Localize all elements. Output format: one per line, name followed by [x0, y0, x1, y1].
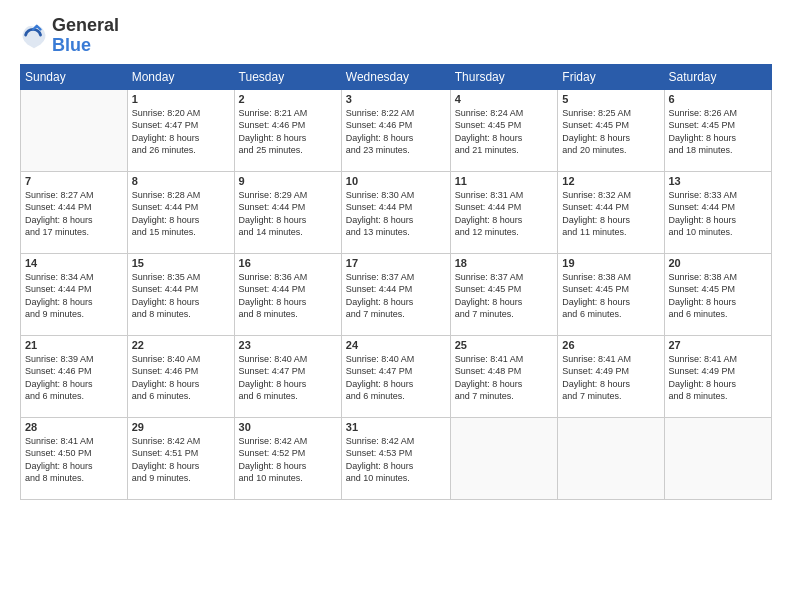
day-number: 11 — [455, 175, 554, 187]
calendar-cell: 16Sunrise: 8:36 AM Sunset: 4:44 PM Dayli… — [234, 253, 341, 335]
day-number: 10 — [346, 175, 446, 187]
day-number: 17 — [346, 257, 446, 269]
day-number: 27 — [669, 339, 768, 351]
calendar-cell — [21, 89, 128, 171]
day-number: 9 — [239, 175, 337, 187]
logo: General Blue — [20, 16, 119, 56]
day-info: Sunrise: 8:37 AM Sunset: 4:44 PM Dayligh… — [346, 271, 446, 321]
logo-text-blue: Blue — [52, 36, 119, 56]
day-info: Sunrise: 8:41 AM Sunset: 4:49 PM Dayligh… — [562, 353, 659, 403]
calendar-week-row: 7Sunrise: 8:27 AM Sunset: 4:44 PM Daylig… — [21, 171, 772, 253]
calendar-cell: 30Sunrise: 8:42 AM Sunset: 4:52 PM Dayli… — [234, 417, 341, 499]
weekday-header-friday: Friday — [558, 64, 664, 89]
calendar-cell: 6Sunrise: 8:26 AM Sunset: 4:45 PM Daylig… — [664, 89, 772, 171]
day-info: Sunrise: 8:27 AM Sunset: 4:44 PM Dayligh… — [25, 189, 123, 239]
calendar-cell: 1Sunrise: 8:20 AM Sunset: 4:47 PM Daylig… — [127, 89, 234, 171]
calendar-cell: 26Sunrise: 8:41 AM Sunset: 4:49 PM Dayli… — [558, 335, 664, 417]
day-info: Sunrise: 8:25 AM Sunset: 4:45 PM Dayligh… — [562, 107, 659, 157]
calendar-cell: 27Sunrise: 8:41 AM Sunset: 4:49 PM Dayli… — [664, 335, 772, 417]
calendar-cell: 8Sunrise: 8:28 AM Sunset: 4:44 PM Daylig… — [127, 171, 234, 253]
calendar-cell: 20Sunrise: 8:38 AM Sunset: 4:45 PM Dayli… — [664, 253, 772, 335]
calendar-cell: 29Sunrise: 8:42 AM Sunset: 4:51 PM Dayli… — [127, 417, 234, 499]
weekday-header-thursday: Thursday — [450, 64, 558, 89]
day-info: Sunrise: 8:41 AM Sunset: 4:49 PM Dayligh… — [669, 353, 768, 403]
day-number: 28 — [25, 421, 123, 433]
day-number: 2 — [239, 93, 337, 105]
day-number: 15 — [132, 257, 230, 269]
calendar-cell: 5Sunrise: 8:25 AM Sunset: 4:45 PM Daylig… — [558, 89, 664, 171]
calendar-cell — [664, 417, 772, 499]
day-number: 22 — [132, 339, 230, 351]
day-number: 1 — [132, 93, 230, 105]
calendar-cell: 25Sunrise: 8:41 AM Sunset: 4:48 PM Dayli… — [450, 335, 558, 417]
day-number: 12 — [562, 175, 659, 187]
day-number: 16 — [239, 257, 337, 269]
day-number: 26 — [562, 339, 659, 351]
day-info: Sunrise: 8:32 AM Sunset: 4:44 PM Dayligh… — [562, 189, 659, 239]
day-number: 13 — [669, 175, 768, 187]
day-number: 6 — [669, 93, 768, 105]
calendar-cell: 14Sunrise: 8:34 AM Sunset: 4:44 PM Dayli… — [21, 253, 128, 335]
day-info: Sunrise: 8:28 AM Sunset: 4:44 PM Dayligh… — [132, 189, 230, 239]
calendar-cell: 4Sunrise: 8:24 AM Sunset: 4:45 PM Daylig… — [450, 89, 558, 171]
day-info: Sunrise: 8:26 AM Sunset: 4:45 PM Dayligh… — [669, 107, 768, 157]
calendar-cell — [450, 417, 558, 499]
day-number: 24 — [346, 339, 446, 351]
calendar-cell: 12Sunrise: 8:32 AM Sunset: 4:44 PM Dayli… — [558, 171, 664, 253]
day-number: 4 — [455, 93, 554, 105]
calendar-cell: 9Sunrise: 8:29 AM Sunset: 4:44 PM Daylig… — [234, 171, 341, 253]
day-info: Sunrise: 8:42 AM Sunset: 4:53 PM Dayligh… — [346, 435, 446, 485]
calendar-cell: 24Sunrise: 8:40 AM Sunset: 4:47 PM Dayli… — [341, 335, 450, 417]
day-info: Sunrise: 8:30 AM Sunset: 4:44 PM Dayligh… — [346, 189, 446, 239]
logo-icon — [20, 22, 48, 50]
day-info: Sunrise: 8:41 AM Sunset: 4:48 PM Dayligh… — [455, 353, 554, 403]
day-number: 21 — [25, 339, 123, 351]
day-number: 14 — [25, 257, 123, 269]
day-number: 20 — [669, 257, 768, 269]
calendar-week-row: 1Sunrise: 8:20 AM Sunset: 4:47 PM Daylig… — [21, 89, 772, 171]
calendar-table: SundayMondayTuesdayWednesdayThursdayFrid… — [20, 64, 772, 500]
day-number: 8 — [132, 175, 230, 187]
day-info: Sunrise: 8:29 AM Sunset: 4:44 PM Dayligh… — [239, 189, 337, 239]
calendar-cell: 28Sunrise: 8:41 AM Sunset: 4:50 PM Dayli… — [21, 417, 128, 499]
page-header: General Blue — [20, 16, 772, 56]
calendar-cell — [558, 417, 664, 499]
day-info: Sunrise: 8:40 AM Sunset: 4:47 PM Dayligh… — [239, 353, 337, 403]
day-info: Sunrise: 8:42 AM Sunset: 4:51 PM Dayligh… — [132, 435, 230, 485]
day-info: Sunrise: 8:42 AM Sunset: 4:52 PM Dayligh… — [239, 435, 337, 485]
calendar-cell: 3Sunrise: 8:22 AM Sunset: 4:46 PM Daylig… — [341, 89, 450, 171]
calendar-cell: 21Sunrise: 8:39 AM Sunset: 4:46 PM Dayli… — [21, 335, 128, 417]
weekday-header-saturday: Saturday — [664, 64, 772, 89]
day-number: 19 — [562, 257, 659, 269]
day-info: Sunrise: 8:36 AM Sunset: 4:44 PM Dayligh… — [239, 271, 337, 321]
calendar-week-row: 28Sunrise: 8:41 AM Sunset: 4:50 PM Dayli… — [21, 417, 772, 499]
calendar-cell: 13Sunrise: 8:33 AM Sunset: 4:44 PM Dayli… — [664, 171, 772, 253]
day-number: 30 — [239, 421, 337, 433]
day-info: Sunrise: 8:40 AM Sunset: 4:47 PM Dayligh… — [346, 353, 446, 403]
day-info: Sunrise: 8:35 AM Sunset: 4:44 PM Dayligh… — [132, 271, 230, 321]
calendar-cell: 19Sunrise: 8:38 AM Sunset: 4:45 PM Dayli… — [558, 253, 664, 335]
day-number: 25 — [455, 339, 554, 351]
calendar-cell: 22Sunrise: 8:40 AM Sunset: 4:46 PM Dayli… — [127, 335, 234, 417]
day-info: Sunrise: 8:33 AM Sunset: 4:44 PM Dayligh… — [669, 189, 768, 239]
day-number: 3 — [346, 93, 446, 105]
weekday-header-row: SundayMondayTuesdayWednesdayThursdayFrid… — [21, 64, 772, 89]
calendar-cell: 18Sunrise: 8:37 AM Sunset: 4:45 PM Dayli… — [450, 253, 558, 335]
day-info: Sunrise: 8:38 AM Sunset: 4:45 PM Dayligh… — [562, 271, 659, 321]
day-info: Sunrise: 8:22 AM Sunset: 4:46 PM Dayligh… — [346, 107, 446, 157]
calendar-cell: 2Sunrise: 8:21 AM Sunset: 4:46 PM Daylig… — [234, 89, 341, 171]
calendar-cell: 23Sunrise: 8:40 AM Sunset: 4:47 PM Dayli… — [234, 335, 341, 417]
calendar-cell: 17Sunrise: 8:37 AM Sunset: 4:44 PM Dayli… — [341, 253, 450, 335]
day-info: Sunrise: 8:34 AM Sunset: 4:44 PM Dayligh… — [25, 271, 123, 321]
day-number: 5 — [562, 93, 659, 105]
day-info: Sunrise: 8:20 AM Sunset: 4:47 PM Dayligh… — [132, 107, 230, 157]
calendar-cell: 15Sunrise: 8:35 AM Sunset: 4:44 PM Dayli… — [127, 253, 234, 335]
day-number: 7 — [25, 175, 123, 187]
calendar-cell: 11Sunrise: 8:31 AM Sunset: 4:44 PM Dayli… — [450, 171, 558, 253]
day-number: 18 — [455, 257, 554, 269]
calendar-cell: 31Sunrise: 8:42 AM Sunset: 4:53 PM Dayli… — [341, 417, 450, 499]
day-info: Sunrise: 8:24 AM Sunset: 4:45 PM Dayligh… — [455, 107, 554, 157]
calendar-cell: 10Sunrise: 8:30 AM Sunset: 4:44 PM Dayli… — [341, 171, 450, 253]
day-info: Sunrise: 8:41 AM Sunset: 4:50 PM Dayligh… — [25, 435, 123, 485]
weekday-header-sunday: Sunday — [21, 64, 128, 89]
